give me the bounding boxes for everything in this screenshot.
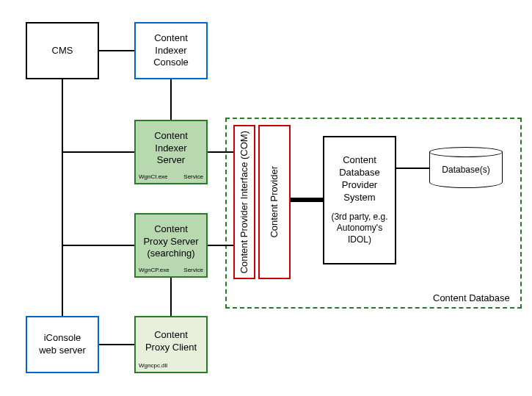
- iconsole-label: iConsole web server: [39, 332, 86, 357]
- indexer-server-exe: WgnCI.exe: [139, 173, 168, 181]
- proxy-client-label: Content Proxy Client: [145, 329, 197, 354]
- cms-box: CMS: [26, 22, 99, 79]
- cdps-sub-label: (3rd party, e.g. Autonomy's IDOL): [331, 212, 387, 246]
- proxy-server-label: Content Proxy Server (searching): [143, 223, 198, 261]
- cdps-label: Content Database Provider System: [339, 154, 380, 204]
- proxy-client-footer: Wgncpc.dll: [139, 362, 203, 370]
- connector-thick: [291, 198, 323, 202]
- content-provider-label: Content Provider: [269, 166, 281, 238]
- iconsole-box: iConsole web server: [26, 316, 99, 373]
- connector: [99, 50, 134, 51]
- database-label: Database(s): [429, 165, 503, 175]
- proxy-server-footer: WgnCP.exe Service: [139, 267, 203, 274]
- cpi-box: Content Provider Interface (COM): [233, 125, 255, 279]
- cms-label: CMS: [52, 45, 73, 57]
- connector: [170, 79, 172, 120]
- indexer-server-type: Service: [183, 173, 203, 181]
- proxy-server-box: Content Proxy Server (searching) WgnCP.e…: [134, 213, 208, 278]
- cpi-label: Content Provider Interface (COM): [238, 131, 251, 273]
- connector: [62, 245, 134, 246]
- connector: [396, 168, 429, 169]
- cdps-box: Content Database Provider System (3rd pa…: [323, 136, 396, 264]
- proxy-server-exe: WgnCP.exe: [139, 267, 170, 274]
- indexer-console-label: Content Indexer Console: [153, 32, 189, 70]
- indexer-server-label: Content Indexer Server: [154, 130, 188, 168]
- connector: [99, 344, 134, 345]
- proxy-client-box: Content Proxy Client Wgncpc.dll: [134, 316, 208, 373]
- indexer-server-footer: WgnCI.exe Service: [139, 173, 203, 181]
- connector: [62, 151, 134, 153]
- database-cylinder: Database(s): [429, 147, 503, 191]
- content-database-label: Content Database: [433, 292, 510, 303]
- connector: [62, 79, 63, 316]
- proxy-server-type: Service: [183, 267, 203, 274]
- indexer-server-box: Content Indexer Server WgnCI.exe Service: [134, 120, 208, 184]
- content-provider-box: Content Provider: [258, 125, 291, 279]
- connector: [170, 278, 172, 316]
- connector: [208, 245, 233, 246]
- indexer-console-box: Content Indexer Console: [134, 22, 208, 79]
- proxy-client-dll: Wgncpc.dll: [139, 362, 167, 370]
- connector: [208, 151, 233, 153]
